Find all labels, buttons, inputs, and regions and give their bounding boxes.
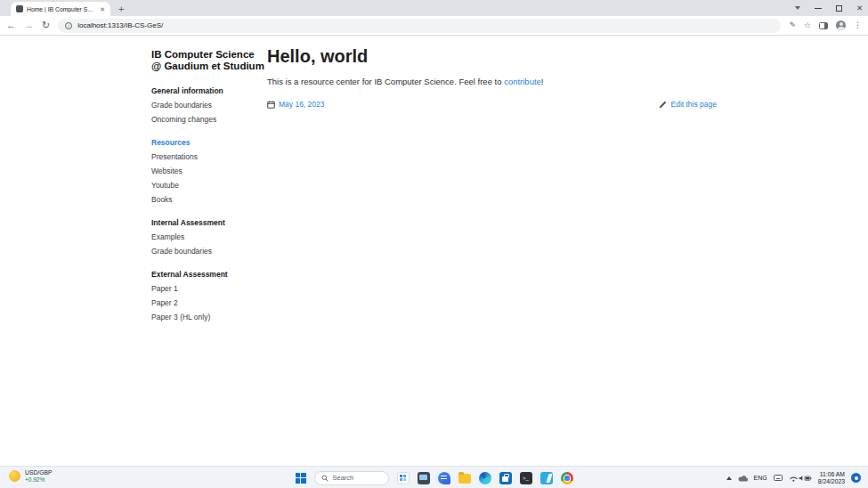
stock-pair-label: USD/GBP <box>25 469 53 476</box>
minimize-button[interactable] <box>815 8 822 9</box>
profile-avatar[interactable] <box>836 20 846 30</box>
search-icon <box>321 475 329 482</box>
clock[interactable]: 11:06 AM 8/24/2023 <box>818 471 845 485</box>
vscode-icon[interactable] <box>540 472 553 484</box>
intro-text-before: This is a resource center for IB Compute… <box>267 77 504 86</box>
tray-chevron-up-icon[interactable] <box>726 476 732 480</box>
stock-widget-text: USD/GBP +0.92% <box>25 469 53 483</box>
new-tab-button[interactable]: + <box>118 4 124 14</box>
tab-title: Home | IB Computer Science @ <box>27 6 96 12</box>
search-label: Search <box>333 474 354 482</box>
system-tray: ENG 11:06 AM 8/24/2023 <box>726 467 861 488</box>
sidebar-item-examples[interactable]: Examples <box>151 232 265 241</box>
url-text: localhost:1313/IB-CS-GeS/ <box>77 21 163 29</box>
site-title[interactable]: IB Computer Science @ Gaudium et Studium <box>151 37 265 72</box>
close-button[interactable]: ✕ <box>856 4 863 12</box>
chat-icon[interactable] <box>438 472 450 484</box>
intro-text-after: ! <box>541 77 544 86</box>
publish-date-link[interactable]: May 16, 2023 <box>279 100 325 109</box>
intro-paragraph: This is a resource center for IB Compute… <box>267 77 717 86</box>
calendar-icon <box>267 101 275 109</box>
edit-this-page-link[interactable]: Edit this page <box>670 100 717 109</box>
terminal-icon[interactable]: >_ <box>520 472 532 484</box>
browser-tab-strip: Home | IB Computer Science @ ✕ + ✕ <box>0 0 868 16</box>
tab-close-icon[interactable]: ✕ <box>100 6 105 12</box>
sidebar-heading-resources: Resources <box>151 138 265 147</box>
bookmark-star-icon[interactable]: ☆ <box>804 21 811 29</box>
window-controls: ✕ <box>795 0 863 16</box>
sidebar-section-internal-assessment: Internal Assessment Examples Grade bound… <box>151 218 265 256</box>
onedrive-cloud-icon[interactable] <box>738 475 748 482</box>
tray-time: 11:06 AM <box>818 471 845 478</box>
screen: Home | IB Computer Science @ ✕ + ✕ ← → ↻… <box>0 0 868 488</box>
desktop-app-icon[interactable] <box>418 472 430 484</box>
site-info-icon[interactable]: i <box>65 22 72 29</box>
taskbar-widgets-button[interactable]: USD/GBP +0.92% <box>9 469 53 483</box>
network-volume-battery-icons[interactable] <box>789 474 812 483</box>
task-view-icon[interactable] <box>397 472 410 484</box>
sidebar-item-paper3[interactable]: Paper 3 (HL only) <box>151 313 265 321</box>
edit-page-group: Edit this page <box>659 100 717 109</box>
touch-keyboard-icon[interactable] <box>774 475 783 481</box>
taskbar: USD/GBP +0.92% Search >_ ENG <box>0 466 868 488</box>
main-area: Hello, world This is a resource center f… <box>267 37 717 109</box>
menu-dots-icon[interactable]: ⋮ <box>854 21 862 29</box>
back-icon[interactable]: ← <box>6 20 16 30</box>
sidebar-section-external-assessment: External Assessment Paper 1 Paper 2 Pape… <box>151 270 265 321</box>
sidebar-item-ia-grade-boundaries[interactable]: Grade boundaries <box>151 247 265 256</box>
sidebar-item-grade-boundaries[interactable]: Grade boundaries <box>151 101 265 110</box>
stock-widget-icon <box>9 470 20 482</box>
chrome-icon[interactable] <box>561 472 573 484</box>
tray-date: 8/24/2023 <box>818 478 845 485</box>
date-group: May 16, 2023 <box>267 100 325 109</box>
file-explorer-icon[interactable] <box>458 474 471 484</box>
sidebar-item-youtube[interactable]: Youtube <box>151 181 265 190</box>
taskbar-search[interactable]: Search <box>314 471 389 485</box>
sidebar-heading-general: General information <box>151 86 265 95</box>
maximize-button[interactable] <box>836 5 842 12</box>
store-icon[interactable] <box>499 472 512 484</box>
site-title-line1: IB Computer Science <box>151 49 265 61</box>
sidebar-item-websites[interactable]: Websites <box>151 167 265 175</box>
page-content: IB Computer Science @ Gaudium et Studium… <box>0 37 868 466</box>
taskbar-center: Search >_ <box>296 467 573 488</box>
browser-toolbar: ← → ↻ i localhost:1313/IB-CS-GeS/ ✎ ☆ ⋮ <box>0 16 868 36</box>
page-title: Hello, world <box>267 37 717 67</box>
reload-icon[interactable]: ↻ <box>42 20 50 30</box>
sidebar-item-oncoming-changes[interactable]: Oncoming changes <box>151 115 265 124</box>
edit-page-action-icon[interactable]: ✎ <box>789 21 796 29</box>
start-button[interactable] <box>296 473 306 484</box>
toolbar-right: ✎ ☆ ⋮ <box>789 20 862 30</box>
site-title-line2: @ Gaudium et Studium <box>151 61 265 72</box>
pencil-icon <box>659 101 667 109</box>
language-indicator[interactable]: ENG <box>754 475 767 481</box>
side-panel-icon[interactable] <box>819 22 828 29</box>
address-bar[interactable]: i localhost:1313/IB-CS-GeS/ <box>58 19 781 33</box>
sidebar-heading-external-assessment: External Assessment <box>151 270 265 279</box>
tab-favicon-icon <box>16 5 23 12</box>
meta-row: May 16, 2023 Edit this page <box>267 100 717 109</box>
notification-badge-icon[interactable] <box>851 473 861 483</box>
sidebar-section-resources: Resources Presentations Websites Youtube… <box>151 138 265 204</box>
forward-icon[interactable]: → <box>24 20 34 30</box>
tab-search-chevron-icon[interactable] <box>795 6 800 10</box>
sidebar: IB Computer Science @ Gaudium et Studium… <box>151 37 265 321</box>
edge-icon[interactable] <box>479 472 491 484</box>
browser-tab[interactable]: Home | IB Computer Science @ ✕ <box>11 2 110 16</box>
sidebar-item-presentations[interactable]: Presentations <box>151 152 265 161</box>
sidebar-section-general: General information Grade boundaries Onc… <box>151 86 265 124</box>
stock-change-label: +0.92% <box>25 476 53 483</box>
sidebar-item-books[interactable]: Books <box>151 195 265 204</box>
contribute-link[interactable]: contribute <box>504 77 541 86</box>
sidebar-item-paper1[interactable]: Paper 1 <box>151 284 265 293</box>
sidebar-item-paper2[interactable]: Paper 2 <box>151 298 265 307</box>
sidebar-heading-internal-assessment: Internal Assessment <box>151 218 265 227</box>
